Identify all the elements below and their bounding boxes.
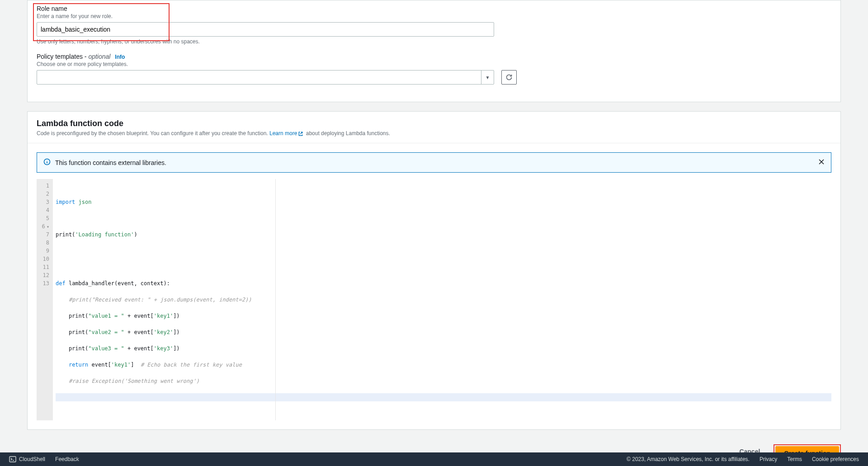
cloudshell-button[interactable]: CloudShell bbox=[9, 456, 45, 462]
role-name-label: Role name bbox=[37, 5, 67, 12]
policy-optional: optional bbox=[88, 53, 110, 60]
policy-label: Policy templates - bbox=[37, 53, 88, 60]
code-editor[interactable]: 1 2 3 4 5 6 ▾ 7 8 9 10 11 12 13 import j… bbox=[37, 179, 831, 420]
role-name-hint: Enter a name for your new role. bbox=[37, 13, 831, 19]
code-content[interactable]: import json print('Loading function') de… bbox=[53, 179, 831, 420]
cloudshell-icon bbox=[9, 456, 16, 462]
refresh-button[interactable] bbox=[501, 70, 517, 85]
role-name-field: Role name Enter a name for your new role… bbox=[37, 5, 831, 45]
role-name-input[interactable] bbox=[37, 22, 494, 37]
code-panel-desc: Code is preconfigured by the chosen blue… bbox=[37, 130, 831, 137]
line-gutter: 1 2 3 4 5 6 ▾ 7 8 9 10 11 12 13 bbox=[37, 179, 53, 420]
terms-link[interactable]: Terms bbox=[787, 456, 802, 462]
copyright-text: © 2023, Amazon Web Services, Inc. or its… bbox=[627, 456, 750, 462]
svg-point-2 bbox=[47, 160, 47, 160]
refresh-icon bbox=[505, 74, 513, 81]
info-alert: This function contains external librarie… bbox=[37, 152, 831, 173]
cookies-link[interactable]: Cookie preferences bbox=[812, 456, 859, 462]
feedback-link[interactable]: Feedback bbox=[55, 456, 79, 462]
alert-close-button[interactable] bbox=[818, 159, 825, 166]
alert-text: This function contains external librarie… bbox=[55, 159, 166, 166]
privacy-link[interactable]: Privacy bbox=[760, 456, 777, 462]
footer: CloudShell Feedback © 2023, Amazon Web S… bbox=[0, 452, 868, 466]
role-name-helper: Use only letters, numbers, hyphens, or u… bbox=[37, 38, 831, 45]
close-icon bbox=[818, 159, 825, 165]
learn-more-link[interactable]: Learn more bbox=[269, 130, 297, 137]
svg-rect-5 bbox=[9, 457, 16, 462]
policy-templates-field: Policy templates - optional Info Choose … bbox=[37, 53, 831, 85]
info-icon bbox=[43, 158, 51, 167]
policy-info-link[interactable]: Info bbox=[115, 54, 125, 60]
chevron-down-icon: ▼ bbox=[481, 71, 494, 84]
policy-select[interactable]: ▼ bbox=[37, 70, 494, 85]
code-panel: Lambda function code Code is preconfigur… bbox=[27, 111, 841, 430]
code-panel-title: Lambda function code bbox=[37, 119, 831, 128]
external-link-icon bbox=[298, 131, 303, 137]
policy-hint: Choose one or more policy templates. bbox=[37, 61, 831, 67]
